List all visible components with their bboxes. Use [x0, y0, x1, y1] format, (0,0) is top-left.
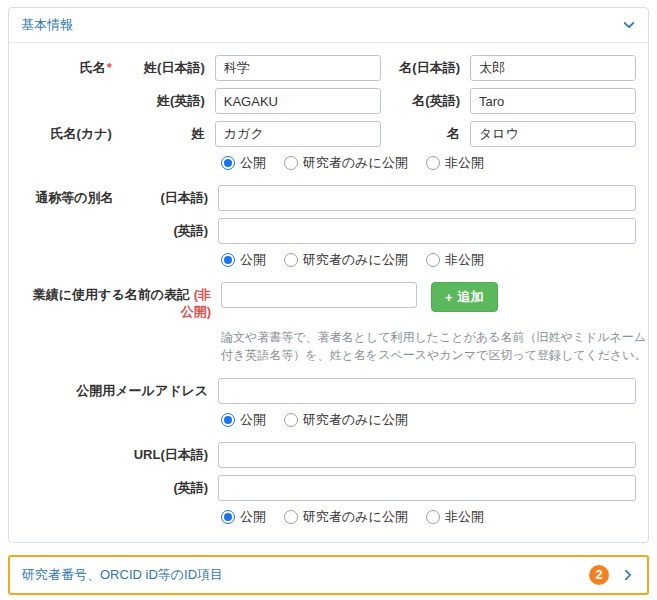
email-row: 公開用メールアドレス — [21, 378, 636, 404]
radio-alias-private[interactable]: 非公開 — [426, 251, 484, 269]
add-button[interactable]: + 追加 — [431, 282, 498, 312]
last-name-en-label: 姓(英語) — [118, 93, 215, 110]
works-name-input[interactable] — [221, 282, 417, 308]
first-name-en-input[interactable] — [470, 88, 636, 114]
basic-info-panel: 基本情報 氏名* 姓(日本語) 名(日本語) 姓(英語) 名(英語) 氏名(カナ… — [8, 7, 649, 543]
works-name-label: 業績に使用する名前の表記 (非公開) — [21, 282, 221, 321]
last-name-kana-label: 姓 — [118, 126, 215, 143]
id-section-title: 研究者番号、ORCID iD等のID項目 — [22, 566, 589, 584]
alias-privacy-radio-group: 公開 研究者のみに公開 非公開 — [221, 251, 636, 269]
chevron-down-icon[interactable] — [622, 18, 636, 32]
alias-ja-input[interactable] — [218, 185, 636, 211]
last-name-en-input[interactable] — [215, 88, 381, 114]
alias-en-input[interactable] — [218, 218, 636, 244]
url-privacy-radio-group: 公開 研究者のみに公開 非公開 — [221, 508, 636, 526]
url-en-row: (英語) — [21, 475, 636, 501]
plus-icon: + — [445, 290, 453, 305]
radio-kana-researchers-only[interactable]: 研究者のみに公開 — [284, 154, 408, 172]
first-name-kana-label: 名 — [381, 126, 470, 143]
radio-kana-public[interactable]: 公開 — [221, 154, 266, 172]
url-ja-row: URL(日本語) — [21, 442, 636, 468]
radio-indicator — [284, 253, 298, 267]
name-en-row: 姓(英語) 名(英語) — [21, 88, 636, 114]
first-name-kana-input[interactable] — [470, 121, 636, 147]
email-input[interactable] — [218, 378, 636, 404]
email-label: 公開用メールアドレス — [21, 383, 218, 400]
kana-privacy-radio-group: 公開 研究者のみに公開 非公開 — [221, 154, 636, 172]
basic-info-panel-header[interactable]: 基本情報 — [9, 8, 648, 43]
name-label: 氏名* — [21, 60, 118, 77]
radio-kana-private[interactable]: 非公開 — [426, 154, 484, 172]
radio-alias-researchers-only[interactable]: 研究者のみに公開 — [284, 251, 408, 269]
first-name-ja-input[interactable] — [470, 55, 636, 81]
radio-indicator — [221, 510, 235, 524]
radio-indicator — [221, 413, 235, 427]
works-name-row: 業績に使用する名前の表記 (非公開) + 追加 — [21, 282, 636, 321]
first-name-en-label: 名(英語) — [381, 93, 470, 110]
last-name-ja-label: 姓(日本語) — [118, 60, 215, 77]
radio-alias-public[interactable]: 公開 — [221, 251, 266, 269]
name-kana-row: 氏名(カナ) 姓 名 — [21, 121, 636, 147]
required-asterisk: * — [107, 60, 112, 75]
radio-indicator — [426, 510, 440, 524]
first-name-ja-label: 名(日本語) — [381, 60, 470, 77]
step-badge: 2 — [589, 565, 609, 585]
url-ja-label: URL(日本語) — [21, 447, 218, 464]
radio-email-researchers-only[interactable]: 研究者のみに公開 — [284, 411, 408, 429]
panel-title: 基本情報 — [21, 16, 73, 34]
radio-url-researchers-only[interactable]: 研究者のみに公開 — [284, 508, 408, 526]
radio-url-public[interactable]: 公開 — [221, 508, 266, 526]
alias-ja-label: (日本語) — [120, 190, 219, 207]
radio-indicator — [221, 253, 235, 267]
radio-email-public[interactable]: 公開 — [221, 411, 266, 429]
url-en-label: (英語) — [21, 480, 218, 497]
radio-indicator — [284, 156, 298, 170]
alias-en-label: (英語) — [120, 223, 219, 240]
last-name-kana-input[interactable] — [215, 121, 381, 147]
radio-url-private[interactable]: 非公開 — [426, 508, 484, 526]
alias-ja-row: 通称等の別名 (日本語) — [21, 185, 636, 211]
url-ja-input[interactable] — [218, 442, 636, 468]
radio-indicator — [426, 253, 440, 267]
name-kana-label: 氏名(カナ) — [21, 126, 118, 143]
radio-indicator — [284, 413, 298, 427]
radio-indicator — [284, 510, 298, 524]
email-privacy-radio-group: 公開 研究者のみに公開 — [221, 411, 636, 429]
basic-info-panel-body: 氏名* 姓(日本語) 名(日本語) 姓(英語) 名(英語) 氏名(カナ) 姓 名 — [9, 43, 648, 542]
works-name-help-text: 論文や著書等で、著者名として利用したことがある名前（旧姓やミドルネーム付き英語名… — [221, 328, 651, 365]
radio-indicator — [221, 156, 235, 170]
radio-indicator — [426, 156, 440, 170]
alias-label: 通称等の別名 — [21, 190, 120, 207]
alias-en-row: (英語) — [21, 218, 636, 244]
chevron-right-icon[interactable] — [621, 568, 635, 582]
last-name-ja-input[interactable] — [215, 55, 381, 81]
name-ja-row: 氏名* 姓(日本語) 名(日本語) — [21, 55, 636, 81]
id-section-panel[interactable]: 研究者番号、ORCID iD等のID項目 2 — [8, 555, 649, 595]
url-en-input[interactable] — [218, 475, 636, 501]
